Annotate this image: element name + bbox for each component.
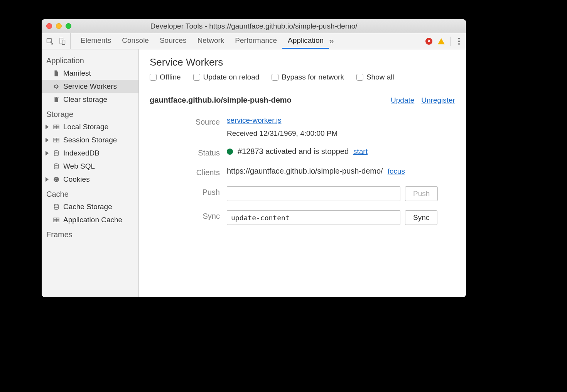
panel-title: Service Workers xyxy=(139,49,466,73)
sidebar-item-service-workers[interactable]: Service Workers xyxy=(42,80,138,93)
table-icon xyxy=(52,136,60,144)
bypass-for-network-checkbox[interactable]: Bypass for network xyxy=(272,73,344,81)
zoom-icon[interactable] xyxy=(66,23,71,29)
sidebar-item-label: Cache Storage xyxy=(63,203,112,211)
sidebar-item-label: Web SQL xyxy=(63,162,95,171)
window-titlebar: Developer Tools - https://gauntface.gith… xyxy=(42,19,466,33)
status-dot-icon xyxy=(227,149,233,155)
sidebar-item-label: Application Cache xyxy=(63,216,122,224)
sidebar-item-label: Session Storage xyxy=(63,136,117,144)
chevron-right-icon xyxy=(46,151,49,155)
svg-point-9 xyxy=(57,178,57,179)
tabbar-tabs: Elements Console Sources Network Perform… xyxy=(75,33,420,49)
push-input[interactable] xyxy=(227,186,400,201)
error-badge-icon[interactable] xyxy=(425,38,432,45)
table-icon xyxy=(52,216,60,224)
sidebar-item-application-cache[interactable]: Application Cache xyxy=(42,213,138,226)
sidebar-item-session-storage[interactable]: Session Storage xyxy=(42,133,138,147)
sidebar-section-application: Application xyxy=(42,52,138,67)
minimize-icon[interactable] xyxy=(56,23,62,29)
svg-point-7 xyxy=(54,177,59,182)
chevron-right-icon xyxy=(46,138,49,142)
inspect-element-icon[interactable] xyxy=(46,37,54,46)
svg-point-11 xyxy=(55,180,56,181)
warning-badge-icon[interactable] xyxy=(438,38,445,44)
details-area: Source service-worker.js Received 12/31/… xyxy=(139,107,466,240)
checkbox-label: Offline xyxy=(160,73,181,81)
svg-point-5 xyxy=(54,150,59,152)
sidebar-item-manifest[interactable]: Manifest xyxy=(42,67,138,80)
sidebar-section-frames: Frames xyxy=(42,226,138,241)
chevron-right-icon xyxy=(46,177,49,182)
sidebar-item-label: Clear storage xyxy=(63,95,107,104)
svg-rect-2 xyxy=(62,40,65,44)
row-label: Push xyxy=(150,186,227,197)
svg-point-10 xyxy=(57,180,57,181)
origin-row: gauntface.github.io/simple-push-demo Upd… xyxy=(139,87,466,107)
sidebar-item-label: IndexedDB xyxy=(63,149,100,157)
status-text: #12873 activated and is stopped xyxy=(238,147,349,156)
devtools-tabbar: Elements Console Sources Network Perform… xyxy=(42,33,466,49)
device-toggle-icon[interactable] xyxy=(58,37,66,46)
checkbox-icon xyxy=(356,74,363,81)
kebab-menu-icon[interactable] xyxy=(456,38,462,45)
push-row: Push Push xyxy=(150,182,455,206)
document-icon xyxy=(52,69,60,77)
svg-point-12 xyxy=(54,204,59,206)
sidebar-item-label: Local Storage xyxy=(63,123,108,131)
show-all-checkbox[interactable]: Show all xyxy=(356,73,394,81)
sidebar-item-web-sql[interactable]: Web SQL xyxy=(42,160,138,173)
focus-link[interactable]: focus xyxy=(388,167,405,176)
sidebar-section-cache: Cache xyxy=(42,186,138,200)
divider xyxy=(450,37,451,46)
push-button[interactable]: Push xyxy=(405,186,438,201)
window-title: Developer Tools - https://gauntface.gith… xyxy=(42,22,466,30)
checkbox-label: Show all xyxy=(366,73,394,81)
checkbox-icon xyxy=(150,74,157,81)
tab-performance[interactable]: Performance xyxy=(230,33,282,49)
tab-sources[interactable]: Sources xyxy=(154,33,192,49)
sidebar-item-label: Cookies xyxy=(63,175,90,184)
tab-elements[interactable]: Elements xyxy=(75,33,116,49)
devtools-body: Application Manifest Service Workers Cle… xyxy=(42,49,466,297)
offline-checkbox[interactable]: Offline xyxy=(150,73,181,81)
database-icon xyxy=(52,162,60,170)
trash-icon xyxy=(52,96,60,103)
application-sidebar: Application Manifest Service Workers Cle… xyxy=(42,49,139,297)
sidebar-item-cookies[interactable]: Cookies xyxy=(42,173,138,186)
sidebar-item-indexeddb[interactable]: IndexedDB xyxy=(42,147,138,160)
chevron-right-icon xyxy=(46,125,49,129)
sidebar-item-clear-storage[interactable]: Clear storage xyxy=(42,93,138,106)
sidebar-section-storage: Storage xyxy=(42,106,138,120)
row-label: Clients xyxy=(150,167,227,177)
tab-network[interactable]: Network xyxy=(192,33,230,49)
svg-point-8 xyxy=(55,179,56,179)
tabs-overflow-icon[interactable]: » xyxy=(329,36,334,46)
sidebar-item-local-storage[interactable]: Local Storage xyxy=(42,120,138,133)
start-link[interactable]: start xyxy=(353,147,368,156)
database-icon xyxy=(52,203,60,211)
svg-point-6 xyxy=(54,164,59,166)
received-text: Received 12/31/1969, 4:00:00 PM xyxy=(227,129,455,138)
update-on-reload-checkbox[interactable]: Update on reload xyxy=(193,73,260,81)
checkbox-icon xyxy=(193,74,200,81)
checkbox-icon xyxy=(272,74,278,81)
cookie-icon xyxy=(52,176,60,183)
unregister-link[interactable]: Unregister xyxy=(421,96,455,105)
sidebar-item-label: Manifest xyxy=(63,69,91,78)
sync-button[interactable]: Sync xyxy=(405,210,437,225)
tab-console[interactable]: Console xyxy=(116,33,154,49)
sidebar-item-cache-storage[interactable]: Cache Storage xyxy=(42,200,138,213)
close-icon[interactable] xyxy=(46,23,52,29)
tab-application[interactable]: Application xyxy=(282,33,329,49)
clients-row: Clients https://gauntface.github.io/simp… xyxy=(150,162,455,182)
service-workers-panel: Service Workers Offline Update on reload… xyxy=(139,49,466,297)
update-link[interactable]: Update xyxy=(391,96,414,105)
tabbar-right-tools xyxy=(422,37,462,46)
origin-actions: Update Unregister xyxy=(391,96,455,105)
gear-icon xyxy=(52,83,60,90)
source-file-link[interactable]: service-worker.js xyxy=(227,116,281,125)
sync-input[interactable] xyxy=(227,210,400,225)
sync-row: Sync Sync xyxy=(150,206,455,230)
row-label: Sync xyxy=(150,210,227,221)
